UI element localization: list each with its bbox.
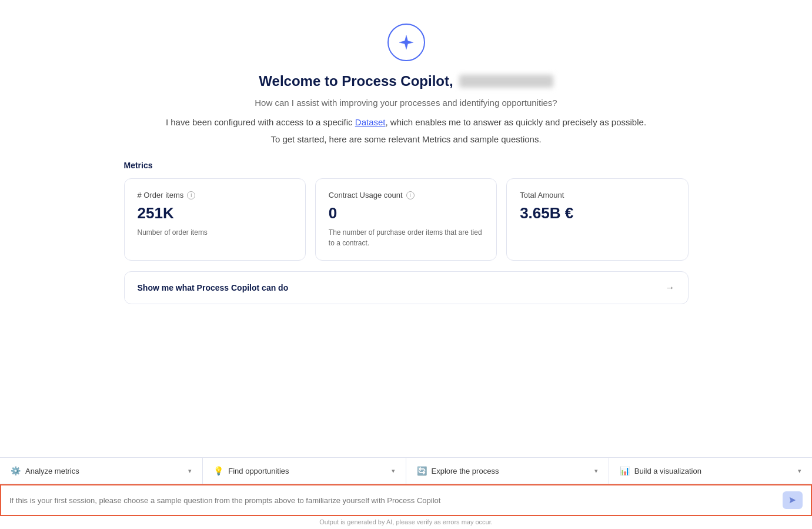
tab-explore-process-label: Explore the process — [432, 467, 499, 475]
metric-desc-contract-usage: The number of purchase order items that … — [329, 227, 483, 248]
metrics-intro: To get started, here are some relevant M… — [270, 134, 541, 144]
bottom-section: ⚙️ Analyze metrics ▾ 💡 Find opportunitie… — [0, 457, 812, 529]
explore-process-icon: 🔄 — [417, 466, 427, 475]
send-button[interactable] — [783, 491, 803, 509]
input-area — [0, 484, 812, 516]
tab-analyze-metrics[interactable]: ⚙️ Analyze metrics ▾ — [0, 458, 203, 484]
tab-find-opportunities-label: Find opportunities — [228, 467, 289, 475]
tab-find-opportunities-chevron: ▾ — [392, 467, 395, 475]
tab-analyze-metrics-label: Analyze metrics — [25, 467, 79, 475]
metric-value-contract-usage: 0 — [329, 204, 483, 222]
info-icon-contract-usage[interactable]: i — [406, 191, 415, 199]
welcome-title: Welcome to Process Copilot, — [259, 73, 553, 89]
show-me-bar[interactable]: Show me what Process Copilot can do → — [124, 271, 689, 304]
tab-build-visualization-label: Build a visualization — [634, 467, 701, 475]
show-me-text: Show me what Process Copilot can do — [138, 283, 289, 292]
metric-value-order-items: 251K — [138, 204, 292, 222]
build-visualization-icon: 📊 — [620, 466, 630, 475]
metric-title-total-amount: Total Amount — [520, 191, 674, 199]
metrics-label: Metrics — [124, 161, 689, 170]
subtitle: How can I assist with improving your pro… — [255, 98, 557, 108]
chat-input[interactable] — [9, 496, 783, 505]
analyze-metrics-icon: ⚙️ — [11, 466, 21, 475]
tab-build-visualization-chevron: ▾ — [798, 467, 801, 475]
username-blur — [459, 75, 553, 88]
metric-card-order-items: # Order items i 251K Number of order ite… — [124, 178, 306, 261]
dataset-line: I have been configured with access to a … — [166, 117, 646, 127]
tab-build-visualization[interactable]: 📊 Build a visualization ▾ — [609, 458, 812, 484]
metrics-cards: # Order items i 251K Number of order ite… — [124, 178, 689, 261]
app-logo — [387, 24, 425, 61]
tab-explore-process-chevron: ▾ — [594, 467, 598, 475]
show-me-arrow-icon: → — [666, 282, 675, 293]
tab-find-opportunities[interactable]: 💡 Find opportunities ▾ — [203, 458, 406, 484]
tab-explore-process[interactable]: 🔄 Explore the process ▾ — [406, 458, 609, 484]
metrics-section: Metrics # Order items i 251K Number of o… — [124, 161, 689, 304]
metric-title-contract-usage: Contract Usage count i — [329, 191, 483, 199]
metric-card-contract-usage: Contract Usage count i 0 The number of p… — [315, 178, 497, 261]
tab-analyze-metrics-chevron: ▾ — [188, 467, 192, 475]
prompt-tabs: ⚙️ Analyze metrics ▾ 💡 Find opportunitie… — [0, 458, 812, 484]
find-opportunities-icon: 💡 — [213, 466, 223, 475]
dataset-link[interactable]: Dataset — [355, 117, 386, 127]
main-content: Welcome to Process Copilot, How can I as… — [0, 0, 812, 457]
info-icon-order-items[interactable]: i — [187, 191, 195, 199]
metric-title-order-items: # Order items i — [138, 191, 292, 199]
metric-value-total-amount: 3.65B € — [520, 204, 674, 222]
metric-card-total-amount: Total Amount 3.65B € — [506, 178, 688, 261]
metric-desc-order-items: Number of order items — [138, 227, 292, 238]
footer-note: Output is generated by AI, please verify… — [0, 516, 812, 529]
